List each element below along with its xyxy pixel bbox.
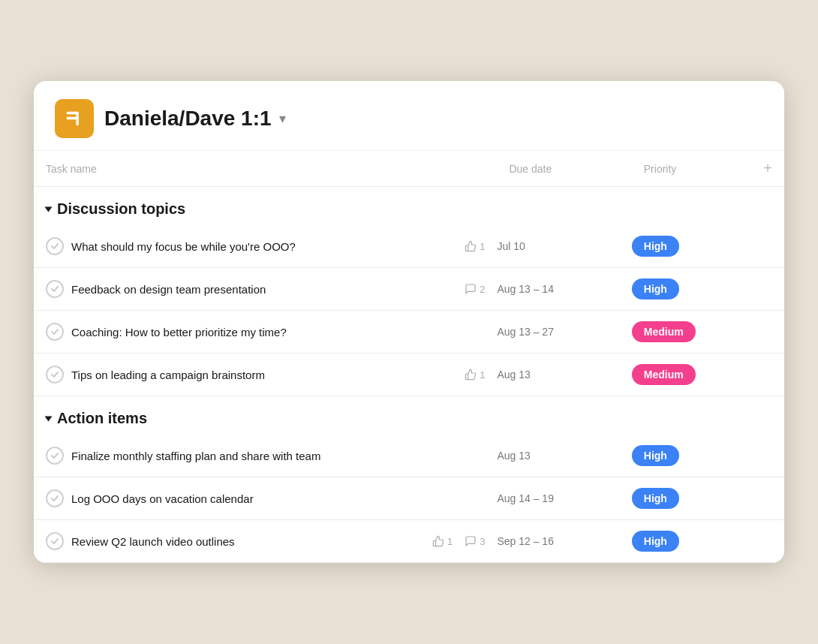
task-priority-cell[interactable]: High: [632, 268, 752, 311]
task-check-icon[interactable]: [46, 489, 64, 507]
page-title: Daniela/Dave 1:1: [104, 107, 272, 131]
task-name-cell: Tips on leading a campaign brainstorm 1: [34, 354, 497, 396]
col-header-task: Task name: [34, 151, 497, 187]
task-check-icon[interactable]: [46, 447, 64, 465]
col-header-add[interactable]: +: [751, 151, 784, 187]
task-due-date: Aug 13 – 14: [497, 268, 631, 311]
table-row: Coaching: How to better prioritize my ti…: [34, 311, 784, 354]
task-name[interactable]: What should my focus be while you're OOO…: [71, 240, 453, 253]
task-name[interactable]: Coaching: How to better prioritize my ti…: [71, 326, 485, 339]
priority-badge[interactable]: Medium: [632, 321, 696, 342]
task-add-cell[interactable]: [751, 311, 784, 354]
task-add-cell[interactable]: [751, 225, 784, 268]
task-priority-cell[interactable]: High: [632, 520, 752, 563]
task-name-cell: Review Q2 launch video outlines 1 3: [34, 520, 497, 563]
task-add-cell[interactable]: [751, 435, 784, 477]
col-header-priority: Priority: [632, 151, 752, 187]
task-due-date: Aug 13: [497, 435, 631, 477]
task-table: Task name Due date Priority + Discussion…: [34, 151, 784, 563]
task-priority-cell[interactable]: High: [632, 477, 752, 520]
section-label: Discussion topics: [57, 200, 185, 218]
priority-badge[interactable]: High: [632, 445, 679, 466]
priority-badge[interactable]: High: [632, 278, 679, 299]
like-icon[interactable]: 1: [465, 240, 485, 252]
task-check-icon[interactable]: [46, 280, 64, 298]
task-add-cell[interactable]: [751, 477, 784, 520]
comment-icon[interactable]: 2: [465, 283, 485, 295]
task-check-icon[interactable]: [46, 323, 64, 341]
like-icon[interactable]: 1: [432, 535, 453, 547]
priority-badge[interactable]: High: [632, 236, 679, 257]
task-due-date: Aug 13 – 27: [497, 311, 631, 354]
table-body: Discussion topics What should my focus b…: [34, 187, 784, 563]
task-priority-cell[interactable]: Medium: [632, 354, 752, 396]
task-check-icon[interactable]: [46, 237, 64, 255]
task-name[interactable]: Review Q2 launch video outlines: [71, 535, 420, 548]
table-row: Tips on leading a campaign brainstorm 1 …: [34, 354, 784, 396]
table-row: Review Q2 launch video outlines 1 3 Sep …: [34, 520, 784, 563]
section-header-discussion-topics: Discussion topics: [34, 187, 784, 226]
task-priority-cell[interactable]: High: [632, 435, 752, 477]
task-name-cell: Log OOO days on vacation calendar: [34, 477, 497, 520]
col-header-date: Due date: [497, 151, 631, 187]
task-name-cell: Coaching: How to better prioritize my ti…: [34, 311, 497, 354]
task-check-icon[interactable]: [46, 366, 64, 384]
task-due-date: Jul 10: [497, 225, 631, 268]
task-add-cell[interactable]: [751, 268, 784, 311]
like-icon[interactable]: 1: [465, 369, 485, 381]
task-priority-cell[interactable]: Medium: [632, 311, 752, 354]
task-name[interactable]: Log OOO days on vacation calendar: [71, 492, 485, 505]
app-logo-icon: [64, 108, 85, 129]
priority-badge[interactable]: High: [632, 531, 679, 552]
section-collapse-icon[interactable]: [45, 206, 53, 212]
task-table-wrapper: Task name Due date Priority + Discussion…: [34, 151, 784, 563]
comment-icon[interactable]: 3: [465, 535, 485, 547]
table-row: What should my focus be while you're OOO…: [34, 225, 784, 268]
table-row: Log OOO days on vacation calendar Aug 14…: [34, 477, 784, 520]
task-name[interactable]: Tips on leading a campaign brainstorm: [71, 369, 453, 381]
table-row: Feedback on design team presentation 2 A…: [34, 268, 784, 311]
task-check-icon[interactable]: [46, 532, 64, 550]
priority-badge[interactable]: Medium: [632, 364, 696, 385]
task-name-cell: Feedback on design team presentation 2: [34, 268, 497, 311]
main-card: Daniela/Dave 1:1 ▾ Task name Due date Pr…: [34, 81, 784, 563]
section-collapse-icon[interactable]: [45, 416, 53, 421]
task-priority-cell[interactable]: High: [632, 225, 752, 268]
task-name[interactable]: Feedback on design team presentation: [71, 283, 453, 296]
table-row: Finalize monthly staffing plan and share…: [34, 435, 784, 477]
section-header-action-items: Action items: [34, 396, 784, 435]
section-label: Action items: [57, 410, 147, 427]
app-icon: [55, 99, 94, 138]
task-add-cell[interactable]: [751, 354, 784, 396]
title-row: Daniela/Dave 1:1 ▾: [104, 107, 286, 131]
task-name[interactable]: Finalize monthly staffing plan and share…: [71, 450, 485, 462]
svg-rect-2: [76, 112, 79, 126]
priority-badge[interactable]: High: [632, 488, 679, 509]
title-dropdown-icon[interactable]: ▾: [279, 110, 286, 127]
task-due-date: Aug 13: [497, 354, 631, 396]
header: Daniela/Dave 1:1 ▾: [34, 81, 784, 151]
task-name-cell: What should my focus be while you're OOO…: [34, 225, 497, 268]
table-header: Task name Due date Priority +: [34, 151, 784, 187]
task-name-cell: Finalize monthly staffing plan and share…: [34, 435, 497, 477]
task-due-date: Aug 14 – 19: [497, 477, 631, 520]
task-add-cell[interactable]: [751, 520, 784, 563]
task-due-date: Sep 12 – 16: [497, 520, 631, 563]
